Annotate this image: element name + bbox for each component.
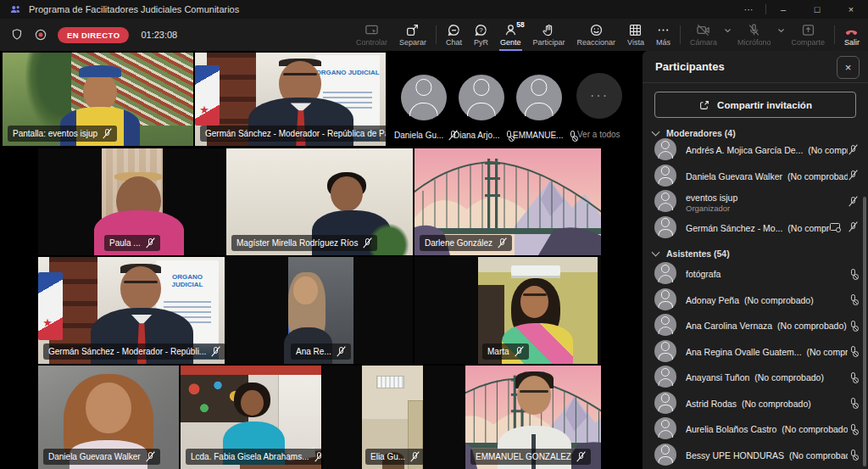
participant-avatar[interactable] [401,75,447,120]
tile-name-label: Lcda. Fabia Gisela Abrahams... [191,453,309,461]
camera-options-chevron-icon[interactable] [724,27,732,34]
mic-status-icon [848,423,858,434]
scene-panama-flag [195,65,220,125]
camera-off-icon [696,23,710,37]
chat-button[interactable]: Chat [440,19,468,51]
teams-app-icon [9,3,21,15]
participant-name: fotógrafa [686,269,721,279]
more-dots-icon [656,23,670,37]
mic-status-icon [848,371,858,382]
participant-row[interactable]: Aurelia Bolaños Castro (No comprobado) [643,416,868,442]
video-tile-paula[interactable]: Paula ... [38,148,225,255]
raise-hand-button[interactable]: Participar [527,19,571,51]
participant-avatar-icon [654,417,676,439]
live-badge: EN DIRECTO [58,27,129,43]
leave-button[interactable]: Salir [838,19,865,51]
participant-row[interactable]: eventos isjup Organizador [643,188,868,215]
participant-row[interactable]: Andrés A. Mojica García De... (No compro… [643,137,868,163]
participant-row[interactable]: Ana Carolina Vernaza (No comprobado) [643,312,868,338]
participant-status: (No comprobado) [779,424,848,434]
window-close-button[interactable]: × [834,4,868,14]
window-title: Programa de Facilitadores Judiciales Com… [29,4,239,14]
participant-row[interactable]: Germán Sánchez - Mo... (No comprobado) [643,215,868,241]
qna-button[interactable]: ? PyR [468,19,494,51]
participant-status: (No comprobado) [785,223,830,233]
mic-off-icon [314,451,321,462]
video-tile-marta[interactable]: Marta [415,257,601,364]
react-button[interactable]: Reaccionar [571,19,622,51]
participant-row[interactable]: fotógrafa [643,260,868,287]
participant-avatar[interactable] [516,75,562,120]
participants-panel: Participantes × Compartir invitación Mod… [643,51,868,469]
participant-avatar-icon [654,216,676,238]
view-all-button[interactable]: ··· [576,73,622,119]
attendees-section-header[interactable]: Asistentes (54) [643,246,868,261]
title-bar: Programa de Facilitadores Judiciales Com… [0,0,868,19]
window-more-button[interactable]: ··· [732,4,765,14]
participant-status: (No comprobado) [752,372,824,382]
mic-status-icon [848,170,858,181]
people-count-badge: 58 [516,20,524,29]
participant-row[interactable]: Anayansi Tuñon (No comprobado) [643,364,868,390]
video-tile-darlene[interactable]: Darlene González [415,148,601,255]
tile-name-label: EMMANUEL GONZALEZ [476,453,571,461]
mic-off-icon [145,451,155,462]
avatar-name-label: EMMANUE... [513,131,563,140]
participant-row[interactable]: Astrid Rodas (No comprobado) [643,390,868,416]
share-invitation-button[interactable]: Compartir invitación [654,92,856,118]
video-tile-mirella[interactable]: Magíster Mirella Rodríguez Ríos [226,148,413,255]
recording-indicator-icon[interactable] [34,28,47,42]
video-tile-elia[interactable]: Elia Gu... [323,366,464,469]
participant-name: Andrés A. Mojica García De... [686,145,803,155]
popout-button[interactable]: Separar [393,19,432,51]
mic-off-icon [409,451,420,462]
share-screen-button[interactable]: Comparte [785,19,831,51]
person-icon [654,340,676,362]
people-button[interactable]: 58 Gente [494,19,527,51]
mic-off-icon [210,346,220,357]
participant-name: Astrid Rodas [686,399,737,409]
grid-view-icon [628,23,643,37]
participant-name: Daniela Guevara Walker [686,171,782,181]
panel-scrollbar[interactable] [863,197,866,466]
person-icon [654,190,676,212]
control-button[interactable]: Controlar [350,19,393,51]
microphone-button[interactable]: Micrófono [732,19,777,51]
popout-icon [405,23,420,37]
video-tile-ana[interactable]: Ana Re... [226,257,413,364]
glasses [124,281,158,283]
window-minimize-button[interactable]: – [766,4,800,14]
person-icon [459,75,504,120]
mic-off-icon [497,237,507,248]
participant-row[interactable]: Adonay Peña (No comprobado) [643,287,868,313]
participant-avatar-icon [654,314,676,336]
mic-status-icon [848,449,858,460]
more-button[interactable]: Más [650,19,676,51]
participant-row[interactable]: Ana Regina Ovalle Guatem... (No comproba… [643,338,868,365]
person-icon [401,75,447,120]
window-maximize-button[interactable]: □ [800,4,834,14]
avatar-name-label: Diana Arjo... [453,131,499,140]
close-panel-button[interactable]: × [837,56,860,79]
smiley-icon [589,23,604,37]
svg-text:?: ? [479,26,483,34]
video-tile-daniela[interactable]: Daniela Guevara Walker [38,366,179,469]
participant-name: eventos isjup [686,193,737,203]
tile-name-label: Germán Sánchez - Moderador - Repúbli... [48,348,206,356]
participant-row[interactable]: Daniela Guevara Walker (No comprobado) [643,163,868,189]
participant-avatar[interactable] [459,75,504,120]
video-tile-emmanuel[interactable]: EMMANUEL GONZALEZ [465,366,601,469]
video-tile-presenter[interactable]: ORGANO JUDICIAL Germán Sánchez - Moderad… [195,53,386,146]
microphone-options-chevron-icon[interactable] [777,27,785,34]
shield-icon[interactable] [10,28,24,42]
view-button[interactable]: Vista [621,19,650,51]
video-tile-fabia[interactable]: Lcda. Fabia Gisela Abrahams... [181,366,321,469]
banner-text: ORGANO JUDICIAL [315,69,379,76]
scene-blue-cap [79,65,121,76]
video-tile-screen-share[interactable]: Pantalla: eventos isjup [3,53,193,146]
camera-button[interactable]: Cámara [684,19,723,51]
participant-row[interactable]: Bessy UPE HONDURAS (No comprobado) [643,442,868,468]
participant-avatar-icon [654,190,676,212]
toolbar-divider [680,25,681,44]
video-tile-german[interactable]: ORGANO JUDICIAL Germán Sánchez - Moderad… [38,257,225,364]
